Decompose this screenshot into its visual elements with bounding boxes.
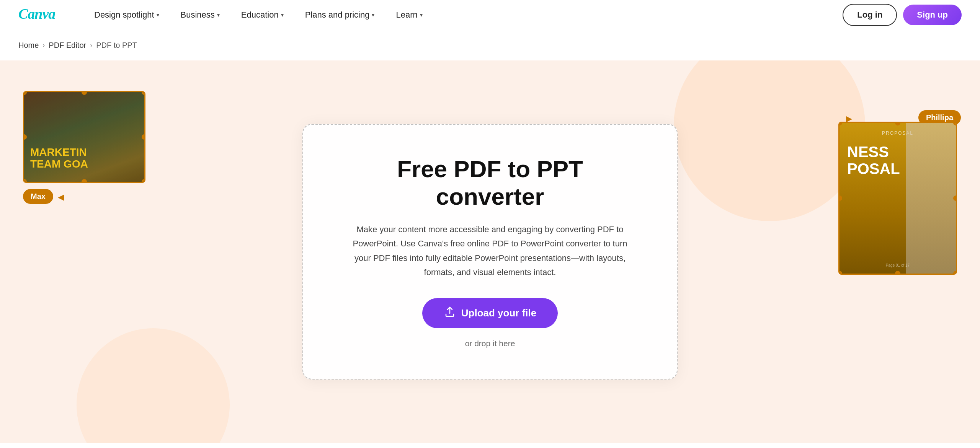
navbar: Canva Design spotlight ▾ Business ▾ Educ… — [0, 0, 980, 30]
converter-title: Free PDF to PPT converter — [341, 155, 639, 210]
resize-handle-right-bm[interactable] — [895, 271, 900, 275]
nav-label-business: Business — [181, 10, 215, 20]
nav-label-learn: Learn — [396, 10, 417, 20]
deco-right-card: PROPOSAL NESS POSAL Page 01 of 17 — [838, 122, 957, 275]
drop-text: or drop it here — [341, 339, 639, 348]
deco-right-card-inner: PROPOSAL NESS POSAL Page 01 of 17 — [840, 123, 956, 274]
deco-right-image — [906, 123, 956, 274]
deco-left-card-container: MARKETIN TEAM GOA Max ◂ — [23, 91, 153, 204]
converter-card: Free PDF to PPT converter Make your cont… — [302, 124, 678, 379]
login-button[interactable]: Log in — [843, 4, 897, 26]
svg-text:Canva: Canva — [18, 6, 56, 22]
converter-description: Make your content more accessible and en… — [345, 222, 635, 280]
nav-item-design-spotlight[interactable]: Design spotlight ▾ — [83, 0, 170, 30]
resize-handle-right-br[interactable] — [953, 271, 957, 275]
deco-right-card-container: Phillipa ▸ PROPOSAL NESS POSAL Page 01 o… — [838, 122, 969, 276]
upload-icon — [444, 306, 456, 321]
chevron-down-icon: ▾ — [420, 12, 423, 18]
nav-label-design-spotlight: Design spotlight — [94, 10, 154, 20]
breadcrumb-home[interactable]: Home — [18, 41, 39, 50]
resize-handle-right-rm[interactable] — [953, 195, 957, 201]
signup-button[interactable]: Sign up — [903, 5, 962, 25]
nav-label-education: Education — [241, 10, 279, 20]
nav-item-learn[interactable]: Learn ▾ — [385, 0, 433, 30]
chevron-down-icon: ▾ — [281, 12, 284, 18]
deco-left-arrow: ◂ — [58, 189, 64, 204]
nav-item-plans-pricing[interactable]: Plans and pricing ▾ — [294, 0, 385, 30]
breadcrumb-pdf-editor[interactable]: PDF Editor — [49, 41, 86, 50]
resize-handle-br[interactable] — [142, 179, 145, 183]
chevron-down-icon: ▾ — [217, 12, 220, 18]
upload-file-button[interactable]: Upload your file — [422, 298, 558, 328]
deco-left-text: MARKETIN TEAM GOA — [30, 147, 88, 170]
breadcrumb-separator: › — [42, 41, 45, 49]
nav-item-education[interactable]: Education ▾ — [230, 0, 294, 30]
page-label: Page 01 of 17 — [886, 263, 910, 267]
nav-actions: Log in Sign up — [843, 4, 962, 26]
chevron-down-icon: ▾ — [372, 12, 374, 18]
resize-handle-rm[interactable] — [142, 134, 145, 140]
canva-logo[interactable]: Canva — [18, 5, 60, 25]
nav-links: Design spotlight ▾ Business ▾ Education … — [83, 0, 843, 30]
resize-handle-bm[interactable] — [82, 179, 87, 183]
breadcrumb: Home › PDF Editor › PDF to PPT — [0, 30, 980, 60]
max-badge: Max — [23, 189, 53, 204]
deco-left-card: MARKETIN TEAM GOA — [23, 91, 145, 183]
upload-button-label: Upload your file — [461, 307, 536, 319]
breadcrumb-current: PDF to PPT — [96, 41, 137, 50]
nav-label-plans-pricing: Plans and pricing — [305, 10, 370, 20]
breadcrumb-separator-2: › — [90, 41, 92, 49]
nav-item-business[interactable]: Business ▾ — [170, 0, 230, 30]
hero-section: MARKETIN TEAM GOA Max ◂ Free PDF to PPT … — [0, 60, 980, 443]
chevron-down-icon: ▾ — [157, 12, 159, 18]
